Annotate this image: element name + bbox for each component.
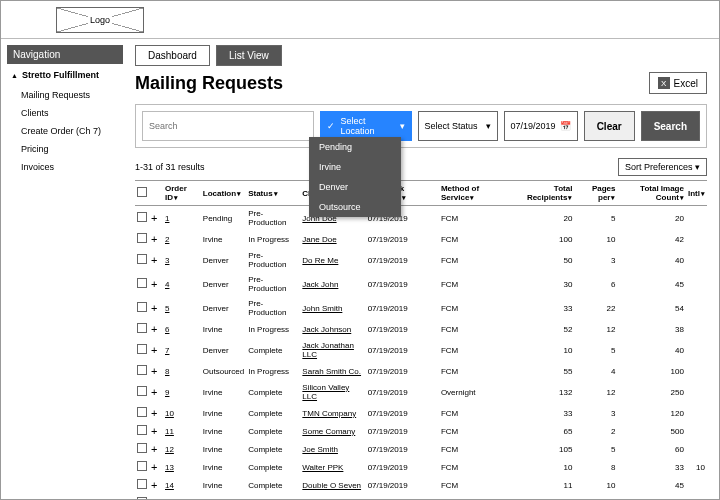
order-id[interactable]: 14: [163, 476, 201, 494]
sort-preferences-button[interactable]: Sort Preferences: [618, 158, 707, 176]
status-select[interactable]: Select Status: [418, 111, 498, 141]
row-checkbox[interactable]: [137, 407, 147, 417]
client-link[interactable]: Jack John: [300, 272, 365, 296]
col-header[interactable]: Intl: [686, 181, 707, 206]
row-checkbox[interactable]: [137, 386, 147, 396]
cell-intl: [686, 338, 707, 362]
order-id[interactable]: 1: [163, 206, 201, 231]
row-checkbox[interactable]: [137, 479, 147, 489]
select-all-checkbox[interactable]: [137, 187, 147, 197]
cell-postmark: 07/19/2019: [366, 338, 439, 362]
row-checkbox[interactable]: [137, 425, 147, 435]
client-link[interactable]: Some Comany: [300, 422, 365, 440]
expand-icon[interactable]: +: [151, 212, 157, 224]
expand-icon[interactable]: +: [151, 479, 157, 491]
nav-item-2[interactable]: Create Order (Ch 7): [7, 122, 123, 140]
tab-dashboard[interactable]: Dashboard: [135, 45, 210, 66]
location-option[interactable]: Pending: [309, 137, 401, 157]
row-checkbox[interactable]: [137, 461, 147, 471]
order-id[interactable]: 12: [163, 440, 201, 458]
client-link[interactable]: TMN Company: [300, 404, 365, 422]
order-id[interactable]: 13: [163, 458, 201, 476]
order-id[interactable]: 7: [163, 338, 201, 362]
cell-image-count: 45: [617, 272, 685, 296]
logo-placeholder: Logo: [56, 7, 144, 33]
table-body: +1PendingPre-ProductionJohn Doe07/19/201…: [135, 206, 707, 500]
cell-image-count: 54: [617, 296, 685, 320]
row-checkbox[interactable]: [137, 278, 147, 288]
nav-item-0[interactable]: Mailing Requests: [7, 86, 123, 104]
expand-icon[interactable]: +: [151, 278, 157, 290]
client-link[interactable]: Sarah Smith Co.: [300, 362, 365, 380]
row-checkbox[interactable]: [137, 365, 147, 375]
row-checkbox[interactable]: [137, 302, 147, 312]
tab-list-view[interactable]: List View: [216, 45, 282, 66]
row-checkbox[interactable]: [137, 344, 147, 354]
cell-location: Irvine: [201, 476, 246, 494]
nav-item-4[interactable]: Invoices: [7, 158, 123, 176]
search-input[interactable]: [142, 111, 314, 141]
expand-icon[interactable]: +: [151, 344, 157, 356]
cell-image-count: 42: [617, 230, 685, 248]
cell-recipients: 11: [509, 476, 575, 494]
date-input[interactable]: 07/19/2019: [504, 111, 578, 141]
expand-icon[interactable]: +: [151, 386, 157, 398]
order-id[interactable]: 3: [163, 248, 201, 272]
col-header[interactable]: Total Recipients: [509, 181, 575, 206]
client-link[interactable]: Double O Seven: [300, 476, 365, 494]
expand-icon[interactable]: +: [151, 365, 157, 377]
row-checkbox[interactable]: [137, 323, 147, 333]
cell-postmark: 07/19/2019: [366, 230, 439, 248]
expand-icon[interactable]: +: [151, 302, 157, 314]
row-checkbox[interactable]: [137, 212, 147, 222]
cell-location: Irvine: [201, 458, 246, 476]
col-header[interactable]: Location: [201, 181, 246, 206]
row-checkbox[interactable]: [137, 443, 147, 453]
order-id[interactable]: 8: [163, 362, 201, 380]
expand-icon[interactable]: +: [151, 254, 157, 266]
expand-icon[interactable]: +: [151, 461, 157, 473]
order-id[interactable]: 10: [163, 404, 201, 422]
expand-icon[interactable]: +: [151, 233, 157, 245]
expand-icon[interactable]: +: [151, 425, 157, 437]
client-link[interactable]: Joe Smith: [300, 440, 365, 458]
location-option[interactable]: Irvine: [309, 157, 401, 177]
client-link[interactable]: John Smith: [300, 296, 365, 320]
col-header[interactable]: Total Image Count: [617, 181, 685, 206]
page-title: Mailing Requests: [135, 73, 283, 94]
location-option[interactable]: Denver: [309, 177, 401, 197]
col-header[interactable]: Method of Service: [439, 181, 509, 206]
row-checkbox[interactable]: [137, 254, 147, 264]
row-checkbox[interactable]: [137, 233, 147, 243]
nav-group[interactable]: Stretto Fulfillment: [7, 64, 123, 86]
expand-icon[interactable]: +: [151, 497, 157, 499]
order-id[interactable]: 9: [163, 380, 201, 404]
client-link[interactable]: Jane Doe: [300, 230, 365, 248]
col-header[interactable]: Pages per: [574, 181, 617, 206]
order-id[interactable]: 4: [163, 272, 201, 296]
order-id[interactable]: 6: [163, 320, 201, 338]
cell-recipients: 100: [509, 230, 575, 248]
client-link[interactable]: Silicon Valley LLC: [300, 380, 365, 404]
client-link[interactable]: Jack Jonathan LLC: [300, 338, 365, 362]
location-option[interactable]: Outsource: [309, 197, 401, 217]
order-id[interactable]: 2: [163, 230, 201, 248]
nav-item-1[interactable]: Clients: [7, 104, 123, 122]
client-link[interactable]: Joshua Koh Inc: [300, 494, 365, 499]
row-checkbox[interactable]: [137, 497, 147, 499]
excel-button[interactable]: Excel: [649, 72, 707, 94]
order-id[interactable]: 11: [163, 422, 201, 440]
clear-button[interactable]: Clear: [584, 111, 635, 141]
expand-icon[interactable]: +: [151, 443, 157, 455]
col-header[interactable]: Order ID: [163, 181, 201, 206]
client-link[interactable]: Walter PPK: [300, 458, 365, 476]
order-id[interactable]: 15: [163, 494, 201, 499]
expand-icon[interactable]: +: [151, 407, 157, 419]
order-id[interactable]: 5: [163, 296, 201, 320]
col-header[interactable]: Status: [246, 181, 300, 206]
expand-icon[interactable]: +: [151, 323, 157, 335]
client-link[interactable]: Jack Johnson: [300, 320, 365, 338]
nav-item-3[interactable]: Pricing: [7, 140, 123, 158]
client-link[interactable]: Do Re Me: [300, 248, 365, 272]
search-button[interactable]: Search: [641, 111, 700, 141]
